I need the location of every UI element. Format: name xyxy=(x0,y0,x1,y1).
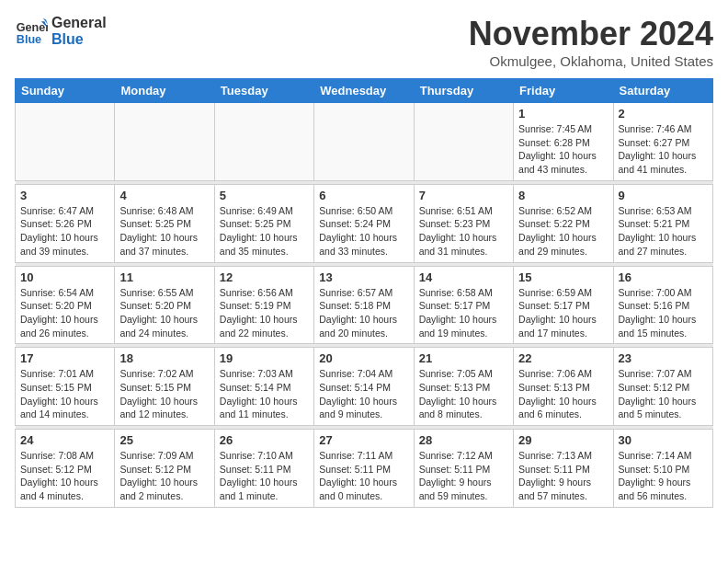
calendar-cell xyxy=(414,103,513,181)
calendar-cell: 24Sunrise: 7:08 AMSunset: 5:12 PMDayligh… xyxy=(16,430,115,508)
day-number: 16 xyxy=(619,270,708,284)
day-number: 28 xyxy=(419,433,508,447)
day-number: 24 xyxy=(20,433,109,447)
day-number: 30 xyxy=(619,433,708,447)
calendar-cell: 20Sunrise: 7:04 AMSunset: 5:14 PMDayligh… xyxy=(314,348,414,426)
calendar-cell: 9Sunrise: 6:53 AMSunset: 5:21 PMDaylight… xyxy=(613,184,712,262)
calendar-week-row: 3Sunrise: 6:47 AMSunset: 5:26 PMDaylight… xyxy=(16,184,713,262)
calendar-header-cell: Monday xyxy=(115,79,214,103)
day-info: Sunrise: 7:06 AMSunset: 5:13 PMDaylight:… xyxy=(518,367,608,421)
calendar-cell: 7Sunrise: 6:51 AMSunset: 5:23 PMDaylight… xyxy=(414,184,513,262)
calendar-cell: 19Sunrise: 7:03 AMSunset: 5:14 PMDayligh… xyxy=(214,348,313,426)
calendar-cell: 21Sunrise: 7:05 AMSunset: 5:13 PMDayligh… xyxy=(414,348,513,426)
day-info: Sunrise: 7:01 AMSunset: 5:15 PMDaylight:… xyxy=(20,367,109,421)
day-info: Sunrise: 7:11 AMSunset: 5:11 PMDaylight:… xyxy=(319,449,408,503)
calendar-cell: 2Sunrise: 7:46 AMSunset: 6:27 PMDaylight… xyxy=(613,103,712,181)
day-number: 18 xyxy=(119,351,209,365)
day-number: 9 xyxy=(619,189,708,202)
logo-general: General xyxy=(51,15,107,31)
day-info: Sunrise: 6:54 AMSunset: 5:20 PMDaylight:… xyxy=(20,286,109,340)
calendar-cell: 27Sunrise: 7:11 AMSunset: 5:11 PMDayligh… xyxy=(314,430,414,508)
calendar-header-cell: Saturday xyxy=(613,79,712,103)
calendar-week-row: 17Sunrise: 7:01 AMSunset: 5:15 PMDayligh… xyxy=(16,348,713,426)
day-info: Sunrise: 6:50 AMSunset: 5:24 PMDaylight:… xyxy=(319,204,408,259)
calendar-week-row: 10Sunrise: 6:54 AMSunset: 5:20 PMDayligh… xyxy=(16,266,713,344)
day-info: Sunrise: 6:59 AMSunset: 5:17 PMDaylight:… xyxy=(518,286,608,340)
calendar-header-cell: Friday xyxy=(514,79,613,103)
logo-blue: Blue xyxy=(51,31,107,48)
day-info: Sunrise: 7:09 AMSunset: 5:12 PMDaylight:… xyxy=(119,449,209,503)
calendar-header-cell: Wednesday xyxy=(314,79,414,103)
calendar-week-row: 24Sunrise: 7:08 AMSunset: 5:12 PMDayligh… xyxy=(16,430,713,508)
logo: General Blue General Blue xyxy=(15,15,107,48)
calendar-cell: 10Sunrise: 6:54 AMSunset: 5:20 PMDayligh… xyxy=(16,266,115,344)
calendar-cell: 5Sunrise: 6:49 AMSunset: 5:25 PMDaylight… xyxy=(214,184,313,262)
header: General Blue General Blue November 2024 … xyxy=(15,15,713,69)
day-number: 20 xyxy=(319,351,408,365)
day-info: Sunrise: 6:52 AMSunset: 5:22 PMDaylight:… xyxy=(518,204,608,259)
day-number: 22 xyxy=(518,351,608,365)
day-info: Sunrise: 7:02 AMSunset: 5:15 PMDaylight:… xyxy=(119,367,209,421)
calendar-cell xyxy=(214,103,313,181)
day-info: Sunrise: 7:05 AMSunset: 5:13 PMDaylight:… xyxy=(419,367,508,421)
day-number: 19 xyxy=(220,351,309,365)
day-info: Sunrise: 7:46 AMSunset: 6:27 PMDaylight:… xyxy=(619,122,708,177)
day-number: 26 xyxy=(220,433,309,447)
calendar-cell: 23Sunrise: 7:07 AMSunset: 5:12 PMDayligh… xyxy=(613,348,712,426)
calendar-header-cell: Sunday xyxy=(16,79,115,103)
day-number: 4 xyxy=(119,189,209,202)
day-number: 14 xyxy=(419,270,508,284)
calendar-cell: 22Sunrise: 7:06 AMSunset: 5:13 PMDayligh… xyxy=(514,348,613,426)
day-info: Sunrise: 6:47 AMSunset: 5:26 PMDaylight:… xyxy=(20,204,109,259)
month-title: November 2024 xyxy=(469,15,713,53)
day-info: Sunrise: 6:58 AMSunset: 5:17 PMDaylight:… xyxy=(419,286,508,340)
day-number: 8 xyxy=(518,189,608,202)
day-number: 10 xyxy=(20,270,109,284)
day-info: Sunrise: 7:12 AMSunset: 5:11 PMDaylight:… xyxy=(419,449,508,503)
day-number: 27 xyxy=(319,433,408,447)
day-info: Sunrise: 7:07 AMSunset: 5:12 PMDaylight:… xyxy=(619,367,708,421)
day-info: Sunrise: 6:49 AMSunset: 5:25 PMDaylight:… xyxy=(220,204,309,259)
calendar-cell: 18Sunrise: 7:02 AMSunset: 5:15 PMDayligh… xyxy=(115,348,214,426)
day-number: 17 xyxy=(20,351,109,365)
logo-icon: General Blue xyxy=(15,15,48,48)
calendar-cell: 8Sunrise: 6:52 AMSunset: 5:22 PMDaylight… xyxy=(514,184,613,262)
calendar-cell: 30Sunrise: 7:14 AMSunset: 5:10 PMDayligh… xyxy=(613,430,712,508)
day-number: 5 xyxy=(220,189,309,202)
calendar-header-cell: Thursday xyxy=(414,79,513,103)
day-info: Sunrise: 6:57 AMSunset: 5:18 PMDaylight:… xyxy=(319,286,408,340)
day-info: Sunrise: 7:00 AMSunset: 5:16 PMDaylight:… xyxy=(619,286,708,340)
calendar-cell: 6Sunrise: 6:50 AMSunset: 5:24 PMDaylight… xyxy=(314,184,414,262)
day-number: 23 xyxy=(619,351,708,365)
calendar-cell: 28Sunrise: 7:12 AMSunset: 5:11 PMDayligh… xyxy=(414,430,513,508)
day-number: 7 xyxy=(419,189,508,202)
day-number: 29 xyxy=(518,433,608,447)
calendar-body: 1Sunrise: 7:45 AMSunset: 6:28 PMDaylight… xyxy=(16,103,713,508)
day-info: Sunrise: 7:13 AMSunset: 5:11 PMDaylight:… xyxy=(518,449,608,503)
calendar-cell: 26Sunrise: 7:10 AMSunset: 5:11 PMDayligh… xyxy=(214,430,313,508)
day-info: Sunrise: 7:08 AMSunset: 5:12 PMDaylight:… xyxy=(20,449,109,503)
day-number: 21 xyxy=(419,351,508,365)
calendar-cell xyxy=(16,103,115,181)
day-number: 15 xyxy=(518,270,608,284)
calendar-cell: 3Sunrise: 6:47 AMSunset: 5:26 PMDaylight… xyxy=(16,184,115,262)
day-number: 2 xyxy=(619,107,708,121)
calendar-header-row: SundayMondayTuesdayWednesdayThursdayFrid… xyxy=(16,79,713,103)
calendar-cell: 17Sunrise: 7:01 AMSunset: 5:15 PMDayligh… xyxy=(16,348,115,426)
calendar-week-row: 1Sunrise: 7:45 AMSunset: 6:28 PMDaylight… xyxy=(16,103,713,181)
day-number: 25 xyxy=(119,433,209,447)
calendar-cell: 29Sunrise: 7:13 AMSunset: 5:11 PMDayligh… xyxy=(514,430,613,508)
calendar-cell: 12Sunrise: 6:56 AMSunset: 5:19 PMDayligh… xyxy=(214,266,313,344)
calendar-cell: 1Sunrise: 7:45 AMSunset: 6:28 PMDaylight… xyxy=(514,103,613,181)
day-info: Sunrise: 7:03 AMSunset: 5:14 PMDaylight:… xyxy=(220,367,309,421)
day-info: Sunrise: 7:45 AMSunset: 6:28 PMDaylight:… xyxy=(518,122,608,177)
day-number: 3 xyxy=(20,189,109,202)
day-info: Sunrise: 7:04 AMSunset: 5:14 PMDaylight:… xyxy=(319,367,408,421)
calendar-cell: 14Sunrise: 6:58 AMSunset: 5:17 PMDayligh… xyxy=(414,266,513,344)
calendar-cell: 15Sunrise: 6:59 AMSunset: 5:17 PMDayligh… xyxy=(514,266,613,344)
day-info: Sunrise: 6:51 AMSunset: 5:23 PMDaylight:… xyxy=(419,204,508,259)
day-info: Sunrise: 6:48 AMSunset: 5:25 PMDaylight:… xyxy=(119,204,209,259)
svg-text:Blue: Blue xyxy=(17,33,41,46)
calendar-cell: 25Sunrise: 7:09 AMSunset: 5:12 PMDayligh… xyxy=(115,430,214,508)
title-area: November 2024 Okmulgee, Oklahoma, United… xyxy=(469,15,713,69)
